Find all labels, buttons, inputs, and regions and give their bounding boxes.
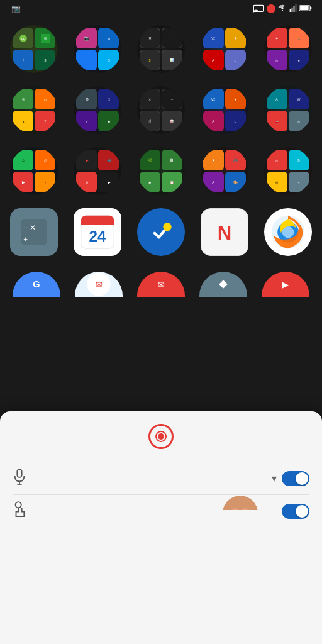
dropdown-arrow-icon[interactable]: ▾ [272, 472, 277, 484]
svg-text:A: A [213, 180, 215, 184]
svg-text:W: W [297, 97, 301, 101]
svg-text:⟶: ⟶ [169, 36, 175, 40]
wifi-icon [278, 4, 287, 14]
app-item-kids[interactable]: ★ 🎮 A 🎨 [195, 147, 253, 198]
svg-point-103 [16, 502, 21, 508]
record-dot [158, 433, 164, 440]
touch-icon [13, 501, 33, 521]
svg-text:⚙: ⚙ [85, 97, 88, 101]
svg-text:🚗: 🚗 [275, 119, 279, 124]
svg-text:❤: ❤ [275, 37, 278, 40]
svg-text:♪: ♪ [44, 180, 46, 184]
svg-text:✉: ✉ [95, 280, 102, 289]
svg-text:m: m [44, 98, 47, 101]
app-item-car[interactable]: A W 🚗 ◎ [258, 86, 317, 137]
folder-icon-tools: V2 ★ A L [201, 86, 248, 134]
svg-text:V2: V2 [211, 36, 215, 40]
app-item-automation[interactable]: ⚙ □ ✓ ◉ [69, 86, 127, 137]
svg-text:S: S [108, 58, 110, 62]
svg-text:+: + [298, 180, 300, 184]
svg-text:L: L [235, 58, 236, 62]
signal-icon [289, 4, 297, 14]
record-icon-container [13, 424, 309, 449]
svg-text:$: $ [44, 58, 46, 62]
svg-text:▶: ▶ [21, 180, 25, 184]
folder-icon-shopping: G m a T [10, 86, 58, 134]
svg-text:◎: ◎ [43, 158, 47, 162]
app-item-food[interactable]: ✕ → 🍴 🥡 [132, 86, 191, 137]
svg-text:📹: 📹 [106, 158, 111, 163]
app-item-work[interactable]: dp G f $ [5, 25, 64, 76]
svg-rect-100 [17, 469, 21, 477]
single-icon-tasks [137, 208, 185, 256]
app-item-tools[interactable]: V2 ★ A L [195, 86, 253, 137]
svg-text:24: 24 [89, 228, 106, 245]
folder-icon-fitness: ❤ 🏃 ◎ ★ [264, 25, 312, 73]
svg-text:$: $ [149, 58, 151, 62]
bottom-sheet: ▾ [0, 411, 322, 644]
app-item-social[interactable]: 📷 in ~ S [69, 25, 127, 76]
folder-icon-productivity: V2 ★ A L [201, 25, 248, 73]
svg-text:◎: ◎ [275, 158, 279, 162]
status-bar: 📷 [0, 0, 322, 18]
svg-text:★: ★ [234, 97, 237, 101]
folder-icon-misc: ◎ B ✉ + [264, 147, 312, 195]
single-icon-notejoy: N [201, 208, 248, 256]
svg-text:★: ★ [297, 59, 301, 62]
app-item-video[interactable]: ▶ 📹 ⚙ ▶ [69, 147, 127, 198]
app-item-firefox[interactable] [258, 208, 317, 259]
svg-text:✉: ✉ [275, 180, 278, 184]
app-item-calendar[interactable]: 24 [69, 208, 127, 259]
single-icon-calculator: − ✕ + = [10, 208, 58, 256]
app-item-gov[interactable]: 🌿 🏛 ◉ 📋 [132, 147, 191, 198]
svg-rect-8 [310, 6, 311, 9]
app-item-finance[interactable]: ✕ ⟶ $ 📊 [132, 25, 191, 76]
svg-text:~: ~ [86, 58, 88, 62]
svg-text:🌿: 🌿 [148, 158, 153, 163]
folder-icon-automation: ⚙ □ ✓ ◉ [74, 86, 121, 134]
svg-text:✉: ✉ [157, 280, 164, 289]
svg-rect-5 [296, 4, 297, 12]
svg-text:◉: ◉ [108, 119, 111, 123]
toggle-show-touches[interactable] [282, 504, 309, 519]
toggle-row-show-touches-container [13, 494, 309, 527]
svg-text:🏛: 🏛 [170, 158, 174, 162]
svg-point-1 [253, 11, 255, 13]
microphone-icon [13, 469, 33, 488]
app-item-productivity[interactable]: V2 ★ A L [195, 25, 253, 76]
svg-text:→: → [170, 97, 174, 101]
svg-text:in: in [108, 36, 110, 40]
svg-text:▶: ▶ [107, 180, 110, 184]
app-item-tasks[interactable] [132, 208, 191, 259]
svg-rect-4 [294, 6, 295, 12]
svg-text:◎: ◎ [275, 59, 279, 62]
app-item-fitness[interactable]: ❤ 🏃 ◎ ★ [258, 25, 317, 76]
folder-icon-audio: ♫ ◎ ▶ ♪ [10, 147, 58, 195]
svg-text:◎: ◎ [297, 119, 301, 123]
svg-text:📷: 📷 [84, 36, 89, 41]
svg-text:★: ★ [234, 36, 237, 40]
svg-text:A: A [275, 97, 278, 101]
svg-point-85 [163, 223, 171, 231]
app-item-misc[interactable]: ◎ B ✉ + [258, 147, 317, 198]
folder-icon-work: dp G f $ [10, 25, 58, 73]
svg-text:V2: V2 [211, 97, 216, 101]
app-item-shopping[interactable]: G m a T [5, 86, 64, 137]
svg-text:dp: dp [21, 36, 25, 40]
svg-text:−  ✕: − ✕ [24, 223, 36, 231]
app-item-audio[interactable]: ♫ ◎ ▶ ♪ [5, 147, 64, 198]
video-camera-icon: 📷 [11, 4, 21, 13]
svg-text:T: T [44, 120, 46, 123]
app-item-calculator[interactable]: − ✕ + = [5, 208, 64, 259]
toggle-row-record-audio: ▾ [13, 462, 309, 494]
toggle-record-audio[interactable] [282, 471, 309, 486]
svg-text:✕: ✕ [148, 97, 151, 101]
svg-text:🏃: 🏃 [297, 36, 301, 41]
svg-point-104 [223, 496, 258, 510]
svg-text:G: G [33, 279, 40, 289]
app-item-notejoy[interactable]: N [195, 208, 253, 259]
status-right [253, 4, 314, 14]
folder-icon-car: A W 🚗 ◎ [264, 86, 312, 134]
svg-rect-2 [290, 9, 291, 12]
toggle-row-show-touches [13, 494, 309, 527]
